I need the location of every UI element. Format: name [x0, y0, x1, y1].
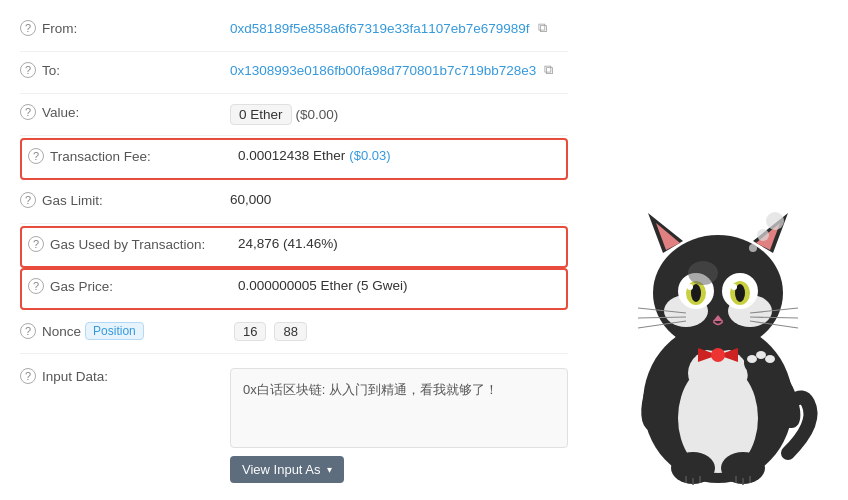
cat-illustration [608, 163, 828, 493]
tx-fee-eth: 0.00012438 Ether [238, 148, 345, 163]
value-label: Value: [42, 105, 79, 120]
gas-used-help-icon[interactable]: ? [28, 236, 44, 252]
value-row: ? Value: 0 Ether ($0.00) [20, 94, 568, 136]
to-row: ? To: 0x1308993e0186fb00fa98d770801b7c71… [20, 52, 568, 94]
gas-used-label-col: ? Gas Used by Transaction: [28, 236, 238, 252]
nonce-row: ? Nonce Position 16 88 [20, 312, 568, 354]
svg-point-17 [731, 284, 737, 290]
value-help-icon[interactable]: ? [20, 104, 36, 120]
input-data-section: 0x白话区块链: 从入门到精通，看我就够了！ View Input As ▾ [230, 364, 568, 483]
svg-point-45 [766, 212, 784, 230]
tx-fee-usd: ($0.03) [349, 148, 390, 163]
value-usd: ($0.00) [296, 107, 339, 122]
gas-used-value-col: 24,876 (41.46%) [238, 236, 560, 251]
tx-fee-label-col: ? Transaction Fee: [28, 148, 238, 164]
nonce-label: Nonce [42, 324, 81, 339]
gas-limit-label-col: ? Gas Limit: [20, 192, 230, 208]
nonce-tag[interactable]: Position [85, 322, 144, 340]
svg-point-28 [756, 351, 766, 359]
nonce-position: 88 [274, 322, 306, 341]
from-address[interactable]: 0xd58189f5e858a6f67319e33fa1107eb7e67998… [230, 21, 530, 36]
gas-price-label: Gas Price: [50, 279, 113, 294]
svg-point-43 [749, 244, 757, 252]
left-panel: ? From: 0xd58189f5e858a6f67319e33fa1107e… [0, 0, 588, 500]
gas-limit-value: 60,000 [230, 192, 271, 207]
gas-used-value: 24,876 (41.46%) [238, 236, 338, 251]
gas-price-value: 0.000000005 Ether (5 Gwei) [238, 278, 408, 293]
svg-point-44 [757, 229, 769, 241]
gas-limit-row: ? Gas Limit: 60,000 [20, 182, 568, 224]
main-container: ? From: 0xd58189f5e858a6f67319e33fa1107e… [0, 0, 848, 500]
tx-fee-help-icon[interactable]: ? [28, 148, 44, 164]
view-input-as-label: View Input As [242, 462, 321, 477]
view-input-as-button[interactable]: View Input As ▾ [230, 456, 344, 483]
to-help-icon[interactable]: ? [20, 62, 36, 78]
to-label: To: [42, 63, 60, 78]
input-data-help-icon[interactable]: ? [20, 368, 36, 384]
from-value-col: 0xd58189f5e858a6f67319e33fa1107eb7e67998… [230, 20, 568, 36]
from-row: ? From: 0xd58189f5e858a6f67319e33fa1107e… [20, 10, 568, 52]
nonce-label-col: ? Nonce Position [20, 322, 230, 340]
input-data-label-col: ? Input Data: [20, 364, 230, 384]
svg-point-42 [688, 261, 718, 285]
value-eth: 0 Ether [230, 104, 292, 125]
to-label-col: ? To: [20, 62, 230, 78]
input-data-label: Input Data: [42, 369, 108, 384]
nonce-number: 16 [234, 322, 266, 341]
to-value-col: 0x1308993e0186fb00fa98d770801b7c719bb728… [230, 62, 568, 78]
from-help-icon[interactable]: ? [20, 20, 36, 36]
svg-point-27 [747, 355, 757, 363]
gas-price-label-col: ? Gas Price: [28, 278, 238, 294]
gas-price-help-icon[interactable]: ? [28, 278, 44, 294]
from-copy-icon[interactable]: ⧉ [538, 20, 547, 36]
right-panel [588, 0, 848, 500]
gas-limit-value-col: 60,000 [230, 192, 568, 207]
to-address[interactable]: 0x1308993e0186fb00fa98d770801b7c719bb728… [230, 63, 536, 78]
transaction-fee-row: ? Transaction Fee: 0.00012438 Ether ($0.… [20, 138, 568, 180]
gas-price-row: ? Gas Price: 0.000000005 Ether (5 Gwei) [20, 268, 568, 310]
from-label: From: [42, 21, 77, 36]
svg-point-33 [711, 348, 725, 362]
svg-point-29 [765, 355, 775, 363]
tx-fee-value-col: 0.00012438 Ether ($0.03) [238, 148, 560, 163]
nonce-value-col: 16 88 [230, 322, 568, 341]
nonce-help-icon[interactable]: ? [20, 323, 36, 339]
gas-limit-label: Gas Limit: [42, 193, 103, 208]
tx-fee-label: Transaction Fee: [50, 149, 151, 164]
gas-price-value-col: 0.000000005 Ether (5 Gwei) [238, 278, 560, 293]
gas-used-label: Gas Used by Transaction: [50, 237, 205, 252]
svg-point-3 [653, 235, 783, 351]
from-label-col: ? From: [20, 20, 230, 36]
value-value-col: 0 Ether ($0.00) [230, 104, 568, 125]
svg-point-16 [687, 284, 693, 290]
to-copy-icon[interactable]: ⧉ [544, 62, 553, 78]
value-label-col: ? Value: [20, 104, 230, 120]
gas-used-row: ? Gas Used by Transaction: 24,876 (41.46… [20, 226, 568, 268]
chevron-down-icon: ▾ [327, 464, 332, 475]
gas-limit-help-icon[interactable]: ? [20, 192, 36, 208]
input-data-row: ? Input Data: 0x白话区块链: 从入门到精通，看我就够了！ Vie… [20, 354, 568, 493]
input-data-box: 0x白话区块链: 从入门到精通，看我就够了！ [230, 368, 568, 448]
